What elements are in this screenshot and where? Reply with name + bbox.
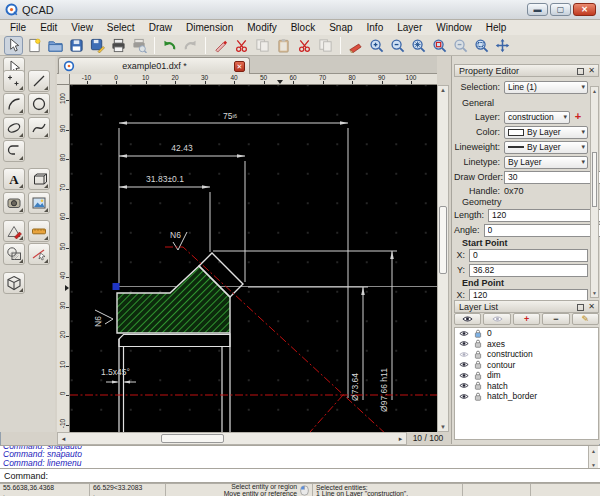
property-editor-scrollbar[interactable]: ▲ ▼: [590, 86, 599, 298]
minimize-button[interactable]: ▬: [527, 3, 548, 16]
hide-all-layers-button[interactable]: [483, 313, 510, 325]
eye-icon[interactable]: [462, 315, 473, 323]
menu-window[interactable]: Window: [429, 21, 479, 34]
document-tab[interactable]: example01.dxf * ✕: [58, 57, 250, 74]
vscroll-thumb[interactable]: [439, 206, 447, 274]
arc-tool-button[interactable]: [3, 93, 25, 115]
reference-point-marker[interactable]: [113, 283, 120, 290]
menu-modify[interactable]: Modify: [240, 21, 283, 34]
lock-icon[interactable]: [474, 360, 482, 369]
paste-button[interactable]: [274, 36, 293, 55]
ellipse-tool-button[interactable]: [3, 117, 25, 139]
lock-icon[interactable]: [474, 371, 482, 380]
layer-row-construction[interactable]: construction: [455, 349, 598, 360]
lock-icon[interactable]: [474, 329, 482, 338]
shape-tool-button[interactable]: [28, 168, 50, 190]
menu-help[interactable]: Help: [479, 21, 514, 34]
image-tool-button[interactable]: [28, 192, 50, 214]
menu-snap[interactable]: Snap: [322, 21, 359, 34]
copy-button[interactable]: [253, 36, 272, 55]
redo-button[interactable]: [181, 36, 200, 55]
close-panel-icon[interactable]: ✕: [588, 303, 595, 311]
scroll-down-icon[interactable]: ▼: [591, 290, 598, 296]
print-button[interactable]: [109, 36, 128, 55]
save-file-button[interactable]: [67, 36, 86, 55]
edit-layer-button[interactable]: ✎: [572, 313, 599, 325]
scroll-up-icon[interactable]: ▲: [591, 88, 598, 94]
hscroll-thumb[interactable]: [161, 434, 224, 443]
zoom-out-button[interactable]: [388, 36, 407, 55]
menu-layer[interactable]: Layer: [390, 21, 429, 34]
solid-tool-button[interactable]: [3, 272, 25, 294]
tab-close-button[interactable]: ✕: [234, 61, 245, 72]
save-as-button[interactable]: [88, 36, 107, 55]
linetype-dropdown[interactable]: By Layer▾: [504, 156, 588, 169]
start-x-input[interactable]: [469, 249, 588, 262]
scroll-down-icon[interactable]: ▼: [438, 424, 448, 430]
lock-icon[interactable]: [474, 339, 482, 348]
line-tool-button[interactable]: [28, 70, 50, 92]
scroll-up-icon[interactable]: ▲: [591, 448, 596, 454]
hatch-tool-button[interactable]: [3, 243, 25, 265]
lock-icon[interactable]: [474, 392, 482, 401]
draw-pen-button[interactable]: [211, 36, 230, 55]
menu-edit[interactable]: Edit: [33, 21, 64, 34]
lock-icon[interactable]: [474, 350, 482, 359]
undo-button[interactable]: [160, 36, 179, 55]
zoom-window-button[interactable]: [472, 36, 491, 55]
circle-tool-button[interactable]: [28, 93, 50, 115]
selection-tool-button[interactable]: [4, 36, 23, 55]
scroll-left-icon[interactable]: ◂: [58, 433, 69, 444]
layer-dropdown[interactable]: construction▾: [504, 111, 570, 124]
polyline-tool-button[interactable]: [3, 140, 25, 162]
eye-icon[interactable]: [459, 361, 469, 368]
open-file-button[interactable]: [46, 36, 65, 55]
modify-tool-button[interactable]: [28, 243, 50, 265]
dimensions[interactable]: [106, 121, 397, 400]
scroll-down-icon[interactable]: ▼: [591, 462, 596, 468]
menu-view[interactable]: View: [64, 21, 100, 34]
flange-strip[interactable]: [119, 335, 230, 347]
menu-block[interactable]: Block: [284, 21, 322, 34]
layer-row-hatch[interactable]: hatch: [455, 381, 598, 392]
layer-row-0[interactable]: 0: [455, 328, 598, 339]
eye-icon[interactable]: [459, 382, 469, 389]
start-y-input[interactable]: [469, 264, 588, 277]
print-preview-button[interactable]: [130, 36, 149, 55]
paste-with-reference-button[interactable]: [316, 36, 335, 55]
maximize-button[interactable]: ▢: [550, 3, 571, 16]
eye-icon[interactable]: [459, 340, 469, 347]
eye-icon[interactable]: [459, 372, 469, 379]
angle-input[interactable]: [484, 224, 600, 237]
menu-select[interactable]: Select: [100, 21, 142, 34]
cut-button[interactable]: [232, 36, 251, 55]
spline-tool-button[interactable]: [28, 117, 50, 139]
prop-scroll-thumb[interactable]: [592, 152, 597, 207]
scroll-up-icon[interactable]: ▲: [438, 87, 448, 93]
menu-draw[interactable]: Draw: [142, 21, 179, 34]
close-button[interactable]: ✕: [573, 3, 596, 16]
edit-pencil-button[interactable]: [346, 36, 365, 55]
layer-row-contour[interactable]: contour: [455, 360, 598, 371]
zoom-in-button[interactable]: [367, 36, 386, 55]
title-bar[interactable]: QCAD ▬ ▢ ✕: [0, 0, 600, 20]
text-tool-button[interactable]: A: [3, 168, 25, 190]
length-input[interactable]: [488, 209, 600, 222]
show-all-layers-button[interactable]: [454, 313, 481, 325]
dimension-tool-button[interactable]: [3, 220, 25, 242]
command-line[interactable]: Command:: [0, 469, 600, 483]
layer-list-titlebar[interactable]: Layer List ✕: [454, 300, 599, 313]
eye-icon[interactable]: [459, 393, 469, 400]
hatched-section[interactable]: [117, 266, 230, 333]
menu-info[interactable]: Info: [360, 21, 391, 34]
new-file-button[interactable]: [25, 36, 44, 55]
eye-icon[interactable]: [459, 351, 469, 358]
float-panel-icon[interactable]: [577, 68, 584, 75]
eye-icon[interactable]: [492, 315, 503, 323]
cut-with-reference-button[interactable]: [295, 36, 314, 55]
zoom-out-alt-button[interactable]: [451, 36, 470, 55]
eye-icon[interactable]: [459, 330, 469, 337]
horizontal-scrollbar[interactable]: ◂ ▸: [57, 432, 407, 445]
layer-row-hatch_border[interactable]: hatch_border: [455, 391, 598, 402]
layer-row-dim[interactable]: dim: [455, 370, 598, 381]
